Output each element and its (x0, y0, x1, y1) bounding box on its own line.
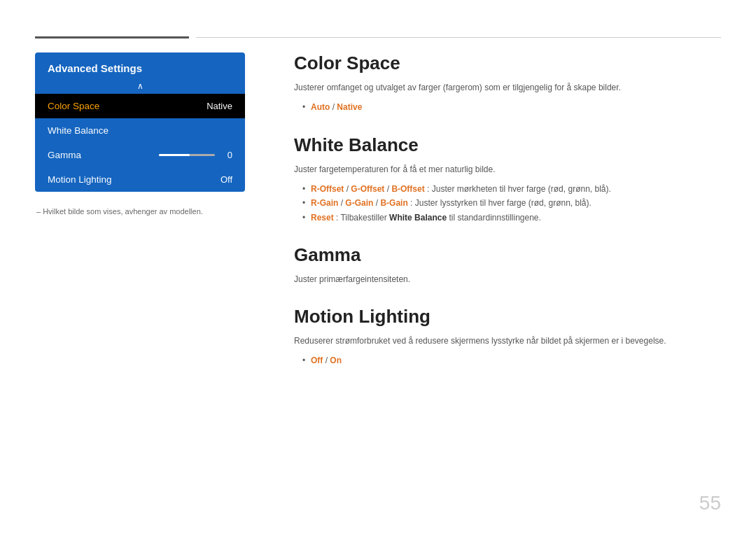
bullet-reset: Reset : Tilbakestiller White Balance til… (302, 211, 721, 225)
section-motion-lighting: Motion Lighting Reduserer strømforbruket… (294, 306, 721, 368)
on-text: On (330, 356, 342, 365)
motion-lighting-title: Motion Lighting (294, 306, 721, 328)
chevron-icon: ∧ (35, 81, 245, 94)
gamma-desc: Juster primærfargeintensiteten. (294, 273, 721, 286)
white-balance-bold: White Balance (389, 213, 447, 223)
reset-text: Reset (311, 213, 334, 223)
gamma-slider-fill (159, 154, 190, 156)
top-decorative-lines (0, 36, 756, 38)
bullet-off-on: Off / On (302, 353, 721, 367)
settings-title: Advanced Settings (35, 52, 245, 81)
color-space-bullets: Auto / Native (294, 100, 721, 114)
gamma-label: Gamma (48, 150, 81, 160)
g-gain: G-Gain (345, 198, 373, 208)
footnote: – Hvilket bilde som vises, avhenger av m… (35, 207, 245, 216)
color-space-desc: Justerer omfanget og utvalget av farger … (294, 81, 721, 94)
motion-lighting-value: Off (220, 174, 232, 185)
native-text: Native (337, 102, 362, 112)
r-gain: R-Gain (311, 198, 338, 208)
color-space-label: Color Space (48, 101, 99, 111)
section-color-space: Color Space Justerer omfanget og utvalge… (294, 52, 721, 115)
section-white-balance: White Balance Juster fargetemperaturen f… (294, 134, 721, 225)
menu-item-motion-lighting[interactable]: Motion Lighting Off (35, 167, 245, 192)
right-content: Color Space Justerer omfanget og utvalge… (294, 52, 721, 388)
motion-lighting-label: Motion Lighting (48, 174, 112, 185)
menu-item-color-space[interactable]: Color Space Native (35, 94, 245, 118)
page-number: 55 (699, 492, 721, 514)
white-balance-label: White Balance (48, 125, 108, 136)
motion-lighting-desc: Reduserer strømforbruket ved å redusere … (294, 335, 721, 348)
bullet-auto-native: Auto / Native (302, 100, 721, 114)
top-line-long (196, 37, 721, 38)
b-gain: B-Gain (380, 198, 407, 208)
advanced-settings-box: Advanced Settings ∧ Color Space Native W… (35, 52, 245, 192)
motion-lighting-bullets: Off / On (294, 353, 721, 367)
color-space-title: Color Space (294, 52, 721, 74)
auto-text: Auto (311, 102, 330, 112)
gamma-value: 0 (222, 150, 232, 160)
menu-item-white-balance[interactable]: White Balance (35, 118, 245, 143)
menu-item-gamma[interactable]: Gamma 0 (35, 143, 245, 167)
left-panel: Advanced Settings ∧ Color Space Native W… (35, 52, 245, 216)
g-offset: G-Offset (351, 184, 384, 194)
white-balance-desc: Juster fargetemperaturen for å få et mer… (294, 163, 721, 176)
section-gamma: Gamma Juster primærfargeintensiteten. (294, 244, 721, 286)
gamma-slider-container: 0 (159, 150, 232, 160)
white-balance-bullets: R-Offset / G-Offset / B-Offset : Juster … (294, 182, 721, 225)
color-space-value: Native (206, 101, 232, 111)
gamma-section-title: Gamma (294, 244, 721, 266)
bullet-rgb-gain: R-Gain / G-Gain / B-Gain : Juster lyssty… (302, 196, 721, 210)
r-offset: R-Offset (311, 184, 344, 194)
top-line-short (35, 36, 189, 38)
off-text: Off (311, 356, 323, 365)
gamma-slider[interactable] (159, 154, 215, 156)
b-offset: B-Offset (391, 184, 424, 194)
white-balance-title: White Balance (294, 134, 721, 156)
bullet-rgb-offset: R-Offset / G-Offset / B-Offset : Juster … (302, 182, 721, 196)
